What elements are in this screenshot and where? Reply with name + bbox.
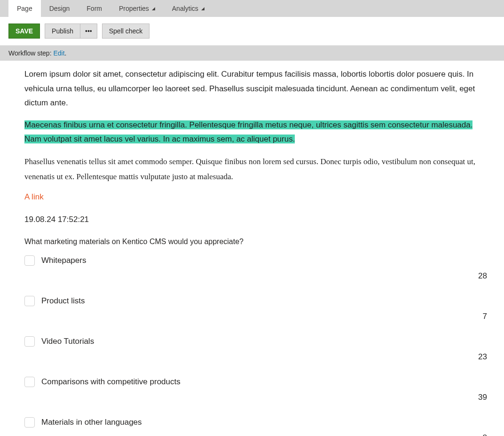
paragraph-1: Lorem ipsum dolor sit amet, consectetur … — [24, 67, 490, 111]
save-button[interactable]: SAVE — [8, 24, 40, 39]
poll-option: Product lists 7 — [24, 296, 490, 331]
tab-page[interactable]: Page — [8, 0, 41, 17]
workflow-suffix: . — [65, 49, 67, 57]
tab-form[interactable]: Form — [78, 0, 110, 17]
poll-checkbox[interactable] — [24, 296, 35, 306]
poll-count: 39 — [24, 387, 490, 412]
toolbar: SAVE Publish ••• Spell check — [0, 17, 504, 46]
poll-option-label: Comparisons with competitive products — [41, 377, 181, 387]
tab-bar: Page Design Form Properties ◢ Analytics … — [0, 0, 504, 17]
chevron-down-icon: ◢ — [152, 6, 155, 11]
tab-analytics[interactable]: Analytics ◢ — [164, 0, 213, 17]
highlighted-text: Maecenas finibus urna et consectetur fri… — [24, 120, 472, 144]
tab-label: Properties — [119, 5, 149, 12]
tab-design[interactable]: Design — [41, 0, 79, 17]
poll-option-label: Whitepapers — [41, 256, 86, 265]
spellcheck-button[interactable]: Spell check — [102, 24, 150, 39]
tab-properties[interactable]: Properties ◢ — [110, 0, 164, 17]
workflow-bar: Workflow step: Edit. — [0, 46, 504, 61]
tab-label: Analytics — [172, 5, 198, 12]
poll-count: 23 — [24, 347, 490, 371]
poll-count: 8 — [24, 428, 490, 436]
poll-checkbox[interactable] — [24, 417, 35, 428]
ellipsis-icon: ••• — [85, 27, 92, 35]
poll-option-label: Product lists — [41, 296, 85, 306]
poll-option: Comparisons with competitive products 39 — [24, 377, 490, 412]
paragraph-2: Maecenas finibus urna et consectetur fri… — [24, 118, 490, 147]
poll-option: Whitepapers 28 — [24, 255, 490, 290]
page-content: Lorem ipsum dolor sit amet, consectetur … — [0, 61, 498, 436]
poll-checkbox[interactable] — [24, 255, 35, 266]
poll-option: Materials in other languages 8 — [24, 417, 490, 436]
poll-checkbox[interactable] — [24, 377, 35, 387]
paragraph-3: Phasellus venenatis tellus sit amet comm… — [24, 154, 490, 185]
poll-option-label: Video Tutorials — [41, 337, 94, 346]
poll-question: What marketing materials on Kentico CMS … — [24, 238, 490, 246]
workflow-step-link[interactable]: Edit — [53, 49, 64, 57]
poll-count: 7 — [24, 306, 490, 331]
workflow-prefix: Workflow step: — [8, 49, 53, 57]
more-actions-button[interactable]: ••• — [80, 24, 97, 39]
poll-option-label: Materials in other languages — [41, 418, 142, 427]
tab-label: Form — [87, 5, 102, 12]
publish-button[interactable]: Publish — [45, 24, 80, 39]
chevron-down-icon: ◢ — [201, 6, 205, 11]
publish-group: Publish ••• — [45, 24, 97, 39]
tab-label: Page — [17, 5, 32, 12]
poll-option: Video Tutorials 23 — [24, 336, 490, 371]
tab-label: Design — [49, 5, 70, 12]
content-link[interactable]: A link — [24, 192, 44, 202]
timestamp: 19.08.24 17:52:21 — [24, 215, 490, 224]
poll-count: 28 — [24, 266, 490, 290]
poll-checkbox[interactable] — [24, 336, 35, 347]
